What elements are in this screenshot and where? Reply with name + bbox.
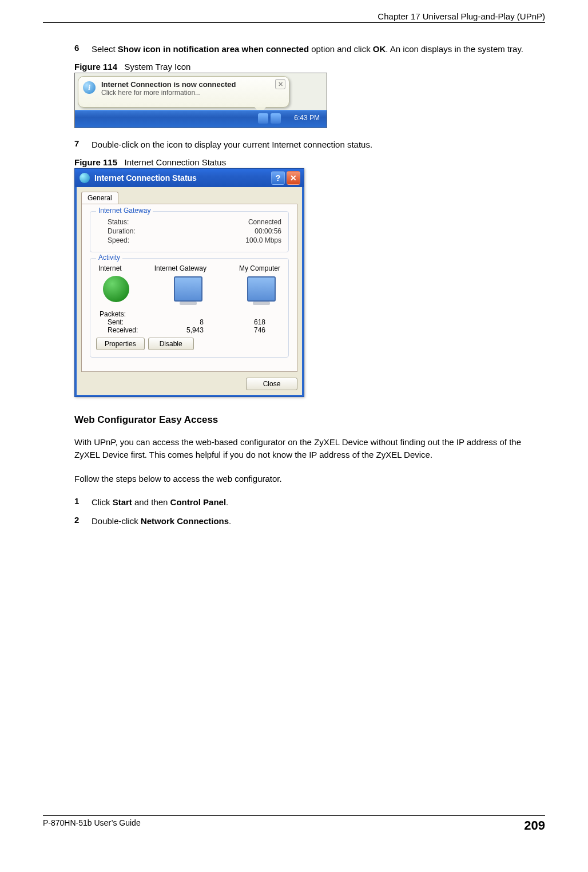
duration-label: Duration: <box>108 227 136 235</box>
connection-line-icon <box>207 288 243 290</box>
activity-icons-row <box>96 272 283 310</box>
packets-label: Packets: <box>96 310 283 318</box>
step-1: 1 Click Start and then Control Panel. <box>74 496 528 508</box>
disable-button[interactable]: Disable <box>148 338 194 350</box>
sent-pc-value: 618 <box>221 318 283 326</box>
info-icon: i <box>83 81 96 94</box>
groupbox-internet-gateway: Internet Gateway Status:Connected Durati… <box>90 211 289 252</box>
close-button[interactable]: ✕ <box>287 171 300 185</box>
step-text: Click Start and then Control Panel. <box>92 496 528 508</box>
globe-icon <box>103 276 129 302</box>
tray-clock: 6:43 PM <box>294 114 320 122</box>
figure-115-dialog: Internet Connection Status ? ✕ General I… <box>74 168 304 397</box>
step-6: 6 Select Show icon in notification area … <box>74 43 528 55</box>
step-2: 2 Double-click Network Connections. <box>74 515 528 527</box>
page-footer: P-870HN-51b User’s Guide 209 <box>43 815 545 833</box>
section-paragraph-2: Follow the steps below to access the web… <box>74 473 528 485</box>
notification-balloon[interactable]: i Internet Connection is now connected C… <box>78 76 289 108</box>
dialog-titlebar[interactable]: Internet Connection Status ? ✕ <box>75 169 304 187</box>
step-number: 1 <box>74 496 92 508</box>
footer-guide-name: P-870HN-51b User’s Guide <box>43 818 141 833</box>
figure-115-caption: Figure 115 Internet Connection Status <box>74 157 528 167</box>
step-text: Select Show icon in notification area wh… <box>92 43 528 55</box>
group-legend: Activity <box>96 253 122 261</box>
section-paragraph-1: With UPnP, you can access the web-based … <box>74 436 528 461</box>
packets-grid: Sent: 8 618 Received: 5,943 746 <box>96 318 283 334</box>
sent-gateway-value: 8 <box>159 318 221 326</box>
step-text: Double-click Network Connections. <box>92 515 528 527</box>
figure-114-image: i Internet Connection is now connected C… <box>74 73 327 128</box>
step-number: 2 <box>74 515 92 527</box>
step-7: 7 Double-click on the icon to display yo… <box>74 138 528 150</box>
sent-label: Sent: <box>96 318 159 326</box>
status-label: Status: <box>108 218 129 226</box>
balloon-close-button[interactable]: ✕ <box>275 79 285 89</box>
step-number: 6 <box>74 43 92 55</box>
tray-icon[interactable] <box>271 113 281 124</box>
chapter-title: Chapter 17 Universal Plug-and-Play (UPnP… <box>378 11 545 21</box>
footer-page-number: 209 <box>524 818 545 833</box>
received-gateway-value: 5,943 <box>159 326 221 334</box>
balloon-subtext: Click here for more information... <box>101 89 283 97</box>
network-icon <box>80 173 90 183</box>
step-number: 7 <box>74 138 92 150</box>
taskbar: 6:43 PM <box>75 110 327 128</box>
figure-114-caption: Figure 114 System Tray Icon <box>74 62 528 72</box>
step-text: Double-click on the icon to display your… <box>92 138 528 150</box>
dialog-body: General Internet Gateway Status:Connecte… <box>75 187 304 397</box>
dialog-title: Internet Connection Status <box>94 173 269 183</box>
speed-value: 100.0 Mbps <box>245 236 281 244</box>
status-value: Connected <box>248 218 281 226</box>
gateway-pc-icon <box>174 276 202 302</box>
activity-col-gateway: Internet Gateway <box>154 264 206 272</box>
received-label: Received: <box>96 326 159 334</box>
balloon-title: Internet Connection is now connected <box>101 80 283 89</box>
page-header: Chapter 17 Universal Plug-and-Play (UPnP… <box>43 11 545 23</box>
tab-general[interactable]: General <box>81 192 118 204</box>
received-pc-value: 746 <box>221 326 283 334</box>
connection-line-icon <box>134 288 169 290</box>
tray-icons[interactable] <box>258 113 281 124</box>
help-button[interactable]: ? <box>271 171 285 185</box>
groupbox-activity: Activity Internet Internet Gateway My Co… <box>90 258 289 358</box>
section-heading: Web Configurator Easy Access <box>74 414 528 426</box>
tab-panel-general: Internet Gateway Status:Connected Durati… <box>81 204 297 372</box>
activity-col-internet: Internet <box>98 264 122 272</box>
speed-label: Speed: <box>108 236 129 244</box>
group-legend: Internet Gateway <box>96 207 153 215</box>
my-computer-icon <box>247 276 276 302</box>
activity-col-mycomputer: My Computer <box>239 264 280 272</box>
close-dialog-button[interactable]: Close <box>246 378 297 390</box>
tray-icon[interactable] <box>258 113 268 124</box>
duration-value: 00:00:56 <box>255 227 281 235</box>
properties-button[interactable]: Properties <box>96 338 145 350</box>
tab-strip: General <box>81 192 297 204</box>
